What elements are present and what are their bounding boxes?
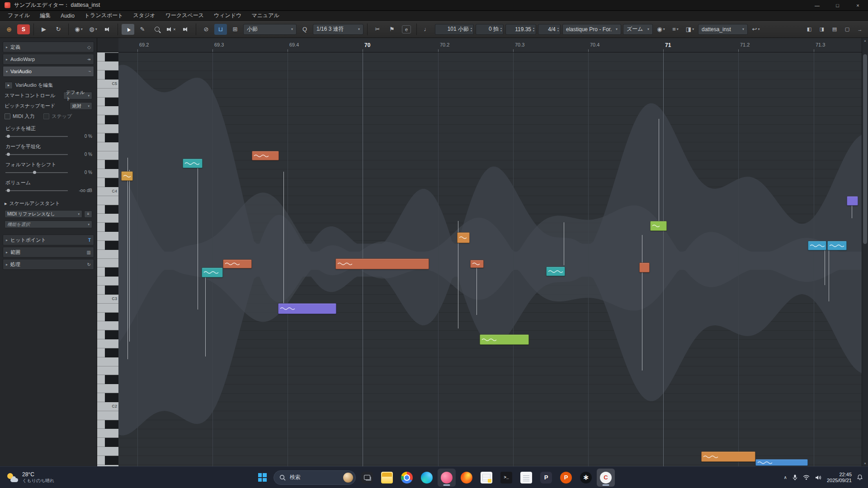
wifi-icon[interactable] [803, 475, 810, 480]
variaudio-segment[interactable] [650, 221, 667, 231]
piano-key[interactable] [97, 133, 118, 142]
beat-field[interactable]: 0 拍▴▾ [476, 24, 504, 35]
tool-draw-button[interactable]: ✎ [136, 24, 149, 35]
toolbar-overflow-button[interactable]: → [854, 25, 865, 34]
volume-combo-button[interactable]: ◍▾ [87, 24, 99, 35]
piano-key[interactable] [97, 124, 118, 133]
taskbar-icon-taskview[interactable] [358, 469, 376, 487]
taskbar-clock[interactable]: 22:45 2025/09/21 [827, 472, 852, 483]
taskbar-icon-notes[interactable] [517, 469, 535, 487]
variaudio-segment[interactable] [202, 267, 223, 277]
pitch-correct-slider-handle[interactable] [7, 135, 10, 138]
mic-icon[interactable] [793, 474, 797, 481]
time-signature-spinner[interactable]: ▴▾ [557, 27, 559, 32]
acoustic-feedback-button[interactable]: ◉▾ [72, 24, 85, 35]
taskbar-icon-pink-app[interactable] [438, 469, 456, 487]
menu-item-0[interactable]: ファイル [3, 11, 35, 20]
piano-key[interactable] [97, 115, 118, 124]
volume-icon[interactable] [815, 475, 821, 480]
taskbar-icon-cubase[interactable]: C [597, 469, 615, 487]
piano-key[interactable] [97, 214, 118, 223]
menu-item-6[interactable]: ウィンドウ [209, 11, 246, 20]
piano-key[interactable] [97, 447, 118, 456]
formant-shift-slider[interactable] [5, 172, 68, 173]
time-signature-field[interactable]: 4/4▴▾ [538, 24, 561, 35]
variaudio-segment[interactable] [755, 459, 808, 466]
taskbar-icon-p-orange[interactable]: P [557, 469, 575, 487]
grid-type-dropdown[interactable]: 小節▾ [243, 24, 297, 35]
piano-key[interactable] [97, 241, 118, 250]
piano-key[interactable] [97, 420, 118, 429]
piano-key[interactable] [97, 223, 118, 232]
inspector-section-variaudio[interactable]: ▾VariAudio~ [3, 66, 94, 77]
taskbar-icon-explorer[interactable] [378, 469, 396, 487]
minimize-button[interactable]: — [807, 0, 827, 10]
tool-scrub-button[interactable] [179, 24, 192, 35]
length-field[interactable]: 101 小節▴▾ [435, 24, 474, 35]
variaudio-edit-button[interactable]: ▸ [5, 82, 13, 89]
inspector-section-process[interactable]: ▸処理↻ [3, 259, 94, 270]
piano-key-C2[interactable]: C2 [97, 402, 118, 411]
note-length-button[interactable]: ♩ [420, 24, 433, 35]
tool-select-button[interactable]: ▲ [122, 24, 134, 35]
piano-key[interactable] [97, 330, 118, 339]
piano-key[interactable] [97, 151, 118, 160]
piano-key[interactable] [97, 375, 118, 384]
piano-key[interactable] [97, 259, 118, 268]
snap-zero-crossing-button[interactable]: ⊘ [200, 24, 212, 35]
taskbar-icon-chatgpt[interactable]: ∗ [577, 469, 595, 487]
sizing-tool-button[interactable]: ✂ [371, 24, 384, 35]
marker-flag-button[interactable]: ⚑ [386, 24, 398, 35]
menu-item-1[interactable]: 編集 [35, 11, 56, 20]
hidden-icons-button[interactable]: ∧ [784, 475, 787, 480]
solo-editor-button[interactable]: S [17, 24, 30, 34]
step-checkbox[interactable] [43, 113, 49, 119]
piano-key[interactable] [97, 286, 118, 295]
taskbar-icon-chrome[interactable] [398, 469, 416, 487]
length-spinner[interactable]: ▴▾ [471, 27, 472, 32]
layer-options-button[interactable]: ≡▾ [669, 24, 682, 35]
piano-key[interactable] [97, 196, 118, 205]
editor-canvas[interactable] [118, 52, 862, 466]
piano-key-C4[interactable]: C4 [97, 187, 118, 196]
tool-mute-button[interactable]: × [165, 24, 178, 35]
piano-key[interactable] [97, 366, 118, 375]
snap-button[interactable]: ⊔ [214, 24, 227, 35]
piano-key[interactable] [97, 384, 118, 393]
menu-item-5[interactable]: ワークスペース [160, 11, 209, 20]
audition-button[interactable] [101, 24, 114, 35]
algorithm-dropdown[interactable]: elastique Pro - For.▾ [562, 24, 621, 35]
pitch-correct-slider[interactable] [5, 136, 68, 137]
midi-reference-dropdown[interactable]: MIDI リファレンスなし▾ [5, 210, 82, 218]
piano-key[interactable] [97, 348, 118, 357]
scale-assistant-header[interactable]: ▸ スケールアシスタント [5, 199, 92, 208]
piano-key[interactable] [97, 313, 118, 322]
inspector-section-audiowarp[interactable]: ▸AudioWarp↠ [3, 54, 94, 65]
piano-key[interactable] [97, 277, 118, 286]
window-zone-right-button[interactable]: ◨ [816, 25, 827, 34]
piano-key[interactable] [97, 339, 118, 348]
volume-slider[interactable] [5, 190, 68, 191]
piano-key[interactable] [97, 160, 118, 169]
variaudio-segment[interactable] [278, 303, 336, 314]
taskbar-icon-terminal[interactable]: >_ [497, 469, 515, 487]
window-setup-button[interactable]: ▢ [842, 25, 853, 34]
piano-key[interactable] [97, 232, 118, 241]
piano-key[interactable] [97, 205, 118, 214]
tempo-spinner[interactable]: ▴▾ [533, 27, 534, 32]
piano-key[interactable] [97, 53, 118, 62]
return-options-button[interactable]: ↩▾ [750, 24, 762, 35]
vertical-scrollbar[interactable]: ▴ ▾ [862, 38, 868, 466]
window-zone-left-button[interactable]: ◧ [804, 25, 815, 34]
curve-flatten-slider-handle[interactable] [7, 153, 10, 156]
piano-key[interactable] [97, 393, 118, 402]
menu-item-4[interactable]: スタジオ [128, 11, 160, 20]
select-function-dropdown[interactable]: 機能を選択▾ [5, 221, 92, 228]
grid-toggle-button[interactable]: ⊞ [229, 24, 241, 35]
play-button[interactable]: ▶ [38, 24, 50, 35]
loop-button[interactable]: ↻ [52, 24, 65, 35]
midi-input-checkbox[interactable] [5, 113, 10, 119]
smart-control-dropdown[interactable]: デフォルト▾ [63, 92, 92, 99]
tool-zoom-button[interactable] [151, 24, 163, 35]
color-options-button[interactable]: ◨▾ [684, 24, 696, 35]
